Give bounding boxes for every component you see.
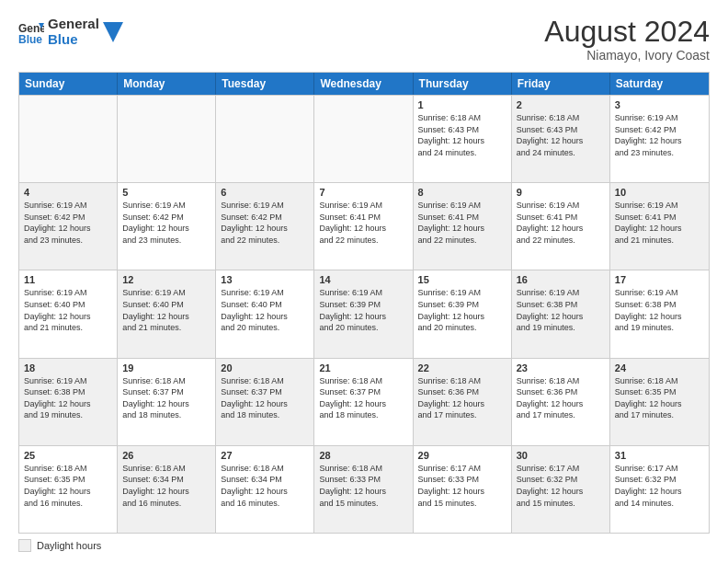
day-number: 26 (122, 450, 210, 461)
footer: Daylight hours (18, 539, 710, 552)
day-number: 8 (418, 187, 506, 198)
week-row-4: 18Sunrise: 6:19 AM Sunset: 6:38 PM Dayli… (19, 358, 709, 445)
day-header-tuesday: Tuesday (216, 73, 314, 95)
day-number: 20 (221, 362, 309, 373)
day-cell: 6Sunrise: 6:19 AM Sunset: 6:42 PM Daylig… (216, 183, 314, 270)
day-header-sunday: Sunday (19, 73, 118, 95)
day-cell: 13Sunrise: 6:19 AM Sunset: 6:40 PM Dayli… (216, 270, 314, 357)
logo: General Blue General Blue (18, 17, 123, 47)
calendar-body: 1Sunrise: 6:18 AM Sunset: 6:43 PM Daylig… (19, 95, 709, 533)
day-info: Sunrise: 6:19 AM Sunset: 6:40 PM Dayligh… (122, 287, 210, 333)
day-number: 19 (122, 362, 210, 373)
day-cell: 19Sunrise: 6:18 AM Sunset: 6:37 PM Dayli… (118, 359, 216, 445)
day-info: Sunrise: 6:19 AM Sunset: 6:40 PM Dayligh… (24, 287, 112, 333)
day-cell: 22Sunrise: 6:18 AM Sunset: 6:36 PM Dayli… (414, 359, 512, 445)
daylight-box (18, 539, 31, 552)
day-number: 13 (221, 274, 309, 285)
day-cell: 31Sunrise: 6:17 AM Sunset: 6:32 PM Dayli… (610, 446, 709, 533)
week-row-3: 11Sunrise: 6:19 AM Sunset: 6:40 PM Dayli… (19, 270, 709, 357)
day-info: Sunrise: 6:19 AM Sunset: 6:41 PM Dayligh… (517, 200, 605, 246)
day-number: 12 (122, 274, 210, 285)
day-number: 28 (319, 450, 407, 461)
day-cell (118, 96, 216, 182)
day-info: Sunrise: 6:19 AM Sunset: 6:42 PM Dayligh… (122, 200, 210, 246)
day-info: Sunrise: 6:19 AM Sunset: 6:38 PM Dayligh… (615, 287, 704, 333)
day-cell: 14Sunrise: 6:19 AM Sunset: 6:39 PM Dayli… (314, 270, 413, 357)
day-cell: 12Sunrise: 6:19 AM Sunset: 6:40 PM Dayli… (118, 270, 216, 357)
day-info: Sunrise: 6:19 AM Sunset: 6:42 PM Dayligh… (24, 200, 112, 246)
title-block: August 2024 Niamayo, Ivory Coast (544, 17, 710, 63)
day-number: 14 (319, 274, 407, 285)
day-info: Sunrise: 6:18 AM Sunset: 6:36 PM Dayligh… (517, 375, 605, 421)
day-cell: 27Sunrise: 6:18 AM Sunset: 6:34 PM Dayli… (216, 446, 314, 533)
day-number: 31 (615, 450, 704, 461)
day-number: 17 (615, 274, 704, 285)
day-cell: 21Sunrise: 6:18 AM Sunset: 6:37 PM Dayli… (314, 359, 413, 445)
daylight-label: Daylight hours (37, 540, 101, 551)
day-info: Sunrise: 6:18 AM Sunset: 6:36 PM Dayligh… (418, 375, 506, 421)
logo-blue: Blue (48, 32, 99, 48)
day-number: 5 (122, 187, 210, 198)
day-info: Sunrise: 6:19 AM Sunset: 6:39 PM Dayligh… (319, 287, 407, 333)
day-cell: 11Sunrise: 6:19 AM Sunset: 6:40 PM Dayli… (19, 270, 118, 357)
day-info: Sunrise: 6:19 AM Sunset: 6:42 PM Dayligh… (221, 200, 309, 246)
day-info: Sunrise: 6:18 AM Sunset: 6:43 PM Dayligh… (418, 112, 506, 158)
week-row-2: 4Sunrise: 6:19 AM Sunset: 6:42 PM Daylig… (19, 182, 709, 270)
day-cell: 15Sunrise: 6:19 AM Sunset: 6:39 PM Dayli… (414, 270, 512, 357)
day-info: Sunrise: 6:19 AM Sunset: 6:41 PM Dayligh… (615, 200, 704, 246)
day-cell: 28Sunrise: 6:18 AM Sunset: 6:33 PM Dayli… (314, 446, 413, 533)
day-info: Sunrise: 6:17 AM Sunset: 6:32 PM Dayligh… (615, 463, 704, 509)
day-header-friday: Friday (512, 73, 610, 95)
day-header-wednesday: Wednesday (314, 73, 413, 95)
day-info: Sunrise: 6:19 AM Sunset: 6:38 PM Dayligh… (24, 375, 112, 421)
logo-icon: General Blue (18, 19, 44, 45)
day-number: 21 (319, 362, 407, 373)
day-cell: 20Sunrise: 6:18 AM Sunset: 6:37 PM Dayli… (216, 359, 314, 445)
day-number: 2 (517, 99, 605, 110)
day-cell: 2Sunrise: 6:18 AM Sunset: 6:43 PM Daylig… (512, 96, 610, 182)
day-number: 1 (418, 99, 506, 110)
calendar: SundayMondayTuesdayWednesdayThursdayFrid… (18, 72, 710, 534)
day-number: 10 (615, 187, 704, 198)
day-cell: 3Sunrise: 6:19 AM Sunset: 6:42 PM Daylig… (610, 96, 709, 182)
day-info: Sunrise: 6:19 AM Sunset: 6:41 PM Dayligh… (418, 200, 506, 246)
day-info: Sunrise: 6:18 AM Sunset: 6:33 PM Dayligh… (319, 463, 407, 509)
day-cell: 5Sunrise: 6:19 AM Sunset: 6:42 PM Daylig… (118, 183, 216, 270)
day-header-saturday: Saturday (610, 73, 709, 95)
day-cell: 4Sunrise: 6:19 AM Sunset: 6:42 PM Daylig… (19, 183, 118, 270)
day-info: Sunrise: 6:19 AM Sunset: 6:38 PM Dayligh… (517, 287, 605, 333)
day-header-thursday: Thursday (414, 73, 512, 95)
day-cell: 7Sunrise: 6:19 AM Sunset: 6:41 PM Daylig… (314, 183, 413, 270)
day-number: 30 (517, 450, 605, 461)
day-info: Sunrise: 6:18 AM Sunset: 6:37 PM Dayligh… (122, 375, 210, 421)
day-number: 25 (24, 450, 112, 461)
day-info: Sunrise: 6:17 AM Sunset: 6:33 PM Dayligh… (418, 463, 506, 509)
day-cell: 10Sunrise: 6:19 AM Sunset: 6:41 PM Dayli… (610, 183, 709, 270)
day-info: Sunrise: 6:17 AM Sunset: 6:32 PM Dayligh… (517, 463, 605, 509)
day-info: Sunrise: 6:18 AM Sunset: 6:35 PM Dayligh… (24, 463, 112, 509)
day-info: Sunrise: 6:18 AM Sunset: 6:35 PM Dayligh… (615, 375, 704, 421)
header: General Blue General Blue August 2024 Ni… (18, 17, 710, 63)
day-header-monday: Monday (118, 73, 216, 95)
day-number: 22 (418, 362, 506, 373)
day-cell (19, 96, 118, 182)
day-cell (216, 96, 314, 182)
svg-text:Blue: Blue (18, 33, 42, 45)
location: Niamayo, Ivory Coast (544, 48, 710, 63)
day-info: Sunrise: 6:19 AM Sunset: 6:40 PM Dayligh… (221, 287, 309, 333)
day-info: Sunrise: 6:18 AM Sunset: 6:43 PM Dayligh… (517, 112, 605, 158)
day-cell: 1Sunrise: 6:18 AM Sunset: 6:43 PM Daylig… (414, 96, 512, 182)
svg-marker-3 (103, 22, 123, 42)
day-cell: 25Sunrise: 6:18 AM Sunset: 6:35 PM Dayli… (19, 446, 118, 533)
day-cell: 9Sunrise: 6:19 AM Sunset: 6:41 PM Daylig… (512, 183, 610, 270)
day-number: 3 (615, 99, 704, 110)
day-info: Sunrise: 6:18 AM Sunset: 6:34 PM Dayligh… (221, 463, 309, 509)
logo-triangle-icon (103, 22, 123, 42)
day-info: Sunrise: 6:19 AM Sunset: 6:41 PM Dayligh… (319, 200, 407, 246)
day-number: 29 (418, 450, 506, 461)
day-number: 11 (24, 274, 112, 285)
day-number: 15 (418, 274, 506, 285)
day-headers: SundayMondayTuesdayWednesdayThursdayFrid… (19, 73, 709, 95)
day-number: 4 (24, 187, 112, 198)
day-number: 7 (319, 187, 407, 198)
